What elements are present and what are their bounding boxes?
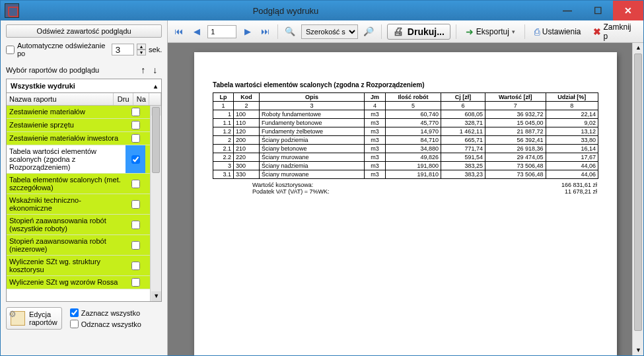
report-print-cell[interactable]	[125, 106, 145, 118]
report-print-cell[interactable]	[125, 276, 145, 289]
table-cell: 17,67	[546, 153, 598, 162]
report-print-cell[interactable]	[125, 215, 145, 234]
report-name: Wyliczenie SZt wg wzorów Rossa	[7, 276, 125, 289]
select-all-checkbox[interactable]	[70, 308, 79, 317]
report-print-checkbox[interactable]	[131, 278, 140, 287]
report-print-checkbox[interactable]	[131, 180, 140, 188]
col-name[interactable]: Nazwa raportu	[7, 93, 114, 105]
preview-scroll-up[interactable]: ▲	[633, 43, 643, 53]
preview-toolbar: ⏮ ◀ ▶ ⏭ 🔍 Szerokość s 🔎 🖨 Drukuj... ➜ Ek…	[168, 20, 643, 43]
auto-refresh-seconds[interactable]	[112, 44, 134, 55]
report-print-checkbox[interactable]	[131, 155, 140, 164]
close-icon: ✖	[593, 26, 601, 37]
preview-scrollbar[interactable]: ▲ ▼	[632, 43, 643, 355]
refresh-button[interactable]: Odśwież zawartość podglądu	[6, 24, 162, 38]
table-cell: 73 506,48	[485, 162, 546, 170]
report-row[interactable]: Zestawienie materiałów inwestora	[7, 132, 161, 145]
report-print-checkbox[interactable]	[131, 121, 140, 129]
report-name: Stopień zaawansowania robót (wszystkie r…	[7, 215, 125, 234]
close-preview-button[interactable]: ✖ Zamknij p	[589, 21, 639, 42]
report-row[interactable]: Tabela wartości elementów scalonych (zgo…	[7, 145, 161, 174]
deselect-all-checkbox[interactable]	[70, 320, 79, 328]
table-cell: 49,826	[385, 153, 441, 162]
deselect-all-row[interactable]: Odznacz wszystko	[70, 320, 141, 328]
last-page-button[interactable]: ⏭	[258, 24, 272, 39]
table-colnum: 5	[385, 102, 441, 110]
report-print-cell[interactable]	[125, 145, 145, 173]
preview-area[interactable]: Tabela wartości elementów scalonych (zgo…	[168, 43, 643, 355]
col-na[interactable]: Na	[133, 93, 149, 105]
print-button[interactable]: 🖨 Drukuj...	[387, 24, 450, 40]
preview-scroll-thumb[interactable]	[634, 53, 642, 331]
report-row[interactable]: Wskaźniki techniczno-ekonomiczne	[7, 194, 161, 215]
select-all-row[interactable]: Zaznacz wszystko	[70, 308, 141, 317]
spin-down[interactable]: ▼	[137, 50, 146, 55]
zoom-in-button[interactable]: 🔍	[283, 24, 297, 39]
seconds-unit: sek.	[149, 46, 162, 53]
prev-page-button[interactable]: ◀	[190, 24, 203, 39]
chevron-down-icon: ▾	[512, 28, 515, 35]
table-cell: Fundamenty betonowe	[260, 119, 365, 127]
sum-label-1: Wartość kosztorysowa:	[252, 182, 329, 188]
report-print-cell[interactable]	[125, 256, 145, 275]
report-print-cell[interactable]	[125, 174, 145, 194]
table-cell: 1.2	[213, 127, 234, 136]
report-row[interactable]: Wyliczenie SZt wg wzorów Rossa	[7, 276, 161, 289]
report-print-checkbox[interactable]	[131, 108, 140, 116]
table-cell: 26 918,36	[485, 145, 546, 153]
move-down-icon[interactable]: ↓	[153, 65, 162, 75]
report-print-checkbox[interactable]	[131, 262, 140, 270]
reports-tab-header[interactable]: Wszystkie wydruki ▴	[6, 79, 162, 92]
first-page-button[interactable]: ⏮	[172, 24, 186, 39]
table-cell: 73 506,48	[485, 170, 546, 179]
spin-up[interactable]: ▲	[137, 44, 146, 50]
zoom-select[interactable]: Szerokość s	[301, 24, 358, 39]
report-print-cell[interactable]	[125, 119, 145, 131]
table-cell: 44,06	[546, 170, 598, 179]
report-row[interactable]: Stopień zaawansowania robót (niezerowe)	[7, 235, 161, 256]
scroll-down-icon[interactable]: ▼	[151, 291, 161, 301]
zoom-out-button[interactable]: 🔎	[362, 24, 376, 39]
report-row[interactable]: Zestawienie materiałów	[7, 106, 161, 119]
report-print-cell[interactable]	[125, 194, 145, 214]
report-print-cell[interactable]	[125, 132, 145, 145]
col-dr[interactable]: Dru	[114, 93, 133, 105]
table-cell: m3	[365, 127, 386, 136]
auto-refresh-checkbox[interactable]	[6, 46, 15, 54]
table-cell: 191,800	[385, 162, 441, 170]
report-print-cell[interactable]	[125, 235, 145, 255]
table-cell: 21 887,72	[485, 127, 546, 136]
table-cell: m3	[365, 162, 386, 170]
report-row[interactable]: Zestawienie sprzętu	[7, 119, 161, 132]
preview-scroll-down[interactable]: ▼	[633, 345, 643, 355]
table-cell: 29 474,05	[485, 153, 546, 162]
report-print-checkbox[interactable]	[131, 200, 140, 209]
table-header: Wartość [zł]	[485, 93, 546, 102]
page-input[interactable]	[207, 25, 236, 38]
scroll-thumb[interactable]	[152, 107, 160, 173]
report-row[interactable]: Stopień zaawansowania robót (wszystkie r…	[7, 215, 161, 235]
edit-reports-button[interactable]: Edycja raportów	[6, 307, 62, 330]
minimize-button[interactable]: —	[552, 1, 583, 20]
close-window-button[interactable]: ✕	[613, 1, 643, 20]
printer-icon: 🖨	[393, 26, 404, 38]
table-cell: 2.2	[213, 153, 234, 162]
report-row[interactable]: Tabela elementów scalonych (met. szczegó…	[7, 174, 161, 194]
table-colnum: 7	[485, 102, 546, 110]
chevron-up-icon: ▴	[154, 83, 157, 90]
table-row: 2.2220Ściany murowanem349,826591,5429 47…	[213, 153, 598, 162]
table-cell: 15 045,00	[485, 119, 546, 127]
settings-button[interactable]: ⎙ Ustawienia	[530, 25, 585, 38]
maximize-button[interactable]: ☐	[583, 1, 613, 20]
report-print-checkbox[interactable]	[131, 241, 140, 250]
report-row[interactable]: Wyliczenie SZt wg. struktury kosztorysu	[7, 256, 161, 276]
export-button[interactable]: ➜ Eksportuj ▾	[462, 25, 519, 38]
table-cell: 2	[213, 136, 234, 145]
next-page-button[interactable]: ▶	[240, 24, 254, 39]
move-up-icon[interactable]: ↑	[141, 65, 150, 75]
report-print-checkbox[interactable]	[131, 221, 140, 229]
table-cell: Ściany nadziemia	[260, 162, 365, 170]
table-cell: Ściany murowane	[260, 170, 365, 179]
grid-scrollbar[interactable]: ▲ ▼	[150, 106, 161, 301]
report-print-checkbox[interactable]	[131, 134, 140, 143]
